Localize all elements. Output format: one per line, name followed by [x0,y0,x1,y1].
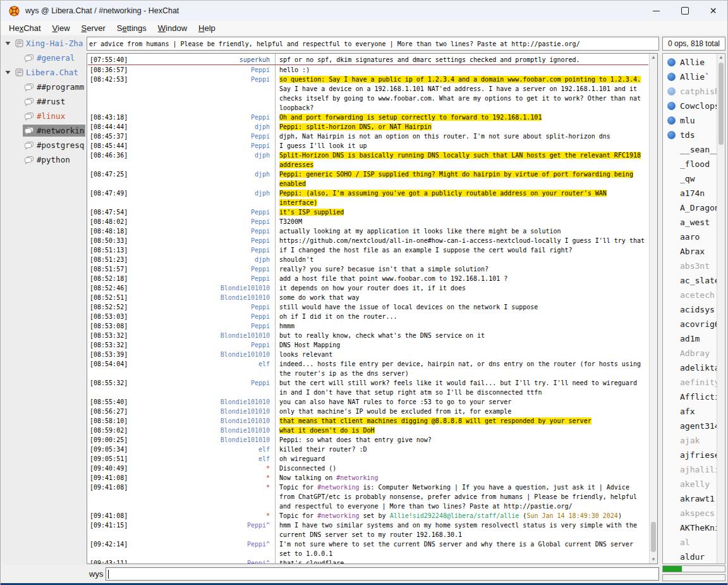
input-bar: wys [1,565,727,583]
user-row[interactable]: Afflicti [664,390,717,404]
tree-item-xing-hai-zha[interactable]: Xing-Hai-Zha [2,36,85,51]
nick: Peppi [137,217,276,226]
user-row[interactable]: Abrax [664,244,717,259]
user-row[interactable]: __sean__ [664,142,717,157]
message-text: indeed... hosts file entry per device, h… [276,359,648,378]
timestamp: [08:53:32] [88,340,137,350]
expander-icon[interactable] [5,40,14,46]
user-row[interactable]: _flood [664,157,717,171]
timestamp: [08:45:44] [88,141,137,151]
timestamp: [08:56:27] [88,407,137,416]
message-text: still would have the issue of local devi… [276,302,648,312]
tree-item-general[interactable]: #general [2,51,85,65]
message-text: if I changed the host file as an example… [276,245,648,255]
nick: djph [137,151,276,160]
nick: elf [137,445,276,454]
tree-item-linux[interactable]: #linux [2,109,85,123]
topic-bar[interactable]: er advice from humans | Please be friend… [87,37,659,51]
tree-item-postgresq[interactable]: #postgresq [2,138,85,152]
user-row[interactable]: Cowclops [664,99,717,113]
timestamp: [09:42:14] [88,539,137,549]
user-row[interactable]: catphish [664,84,717,99]
nick: * [137,464,276,473]
user-row[interactable]: acetech [664,288,717,302]
message-row: [08:42:53]Peppiso question: Say I have a… [88,75,648,113]
message-row: [08:55:32]Peppibut the cert will still w… [88,378,648,397]
timestamp: [08:51:23] [88,255,137,264]
user-row[interactable]: ad1m [664,331,717,346]
user-row[interactable]: abs3nt [664,259,717,273]
message-text: that means that client machines digging … [276,416,648,426]
expander-icon[interactable] [5,70,14,75]
timestamp: [08:53:08] [88,321,137,331]
message-row: [08:53:39]Blondie101010looks relevant [88,350,648,359]
menu-item-window[interactable]: Window [152,22,193,34]
user-row[interactable]: mlu [664,113,717,128]
chat-scrollbar[interactable]: ▲ ▼ [649,54,657,563]
user-row[interactable]: acovrig6 [664,317,717,331]
message-input[interactable] [106,567,659,581]
user-row[interactable]: ac_slate [664,273,717,288]
user-row[interactable]: ajhalili [664,462,717,477]
chat-scrollbar-thumb[interactable] [651,522,656,552]
tree-item-python[interactable]: #python [2,152,85,167]
timestamp: [08:46:36] [88,151,137,160]
nick: Blondie101010 [137,426,276,435]
minimize-button[interactable] [642,1,670,21]
menu-item-settings[interactable]: Settings [111,22,152,34]
message-row: [08:53:32]PeppiDNS Host Mapping [88,340,648,350]
user-row[interactable]: Allie` [664,70,717,84]
tree-item-programm[interactable]: ##programm [2,80,85,94]
user-row[interactable]: a174n [664,186,717,200]
menu-item-view[interactable]: View [47,22,76,34]
user-row[interactable]: _qw [664,171,717,186]
user-row[interactable]: adelikta [664,360,717,375]
user-row[interactable]: A_Dragon [664,200,717,215]
message-text: some do work that way [276,293,648,302]
tree-item-networkin[interactable]: #networkin [2,123,85,138]
maximize-button[interactable] [670,1,699,21]
user-row[interactable]: Allie [664,55,717,70]
user-row[interactable]: ajak [664,433,717,448]
user-row[interactable]: aaro [664,230,717,244]
user-row[interactable]: a_west [664,215,717,230]
scroll-down-arrow-icon[interactable]: ▼ [650,557,657,563]
user-name: _qw [680,174,695,183]
message-text: Split-Horizon DNS is basically running D… [276,151,648,169]
user-row[interactable]: akelly [664,477,717,491]
user-name: aefinity [680,378,717,387]
userlist-scrollbar-thumb[interactable] [719,63,724,145]
nick: superkuh [137,55,276,65]
user-row[interactable]: agent314 [664,419,717,433]
user-row[interactable]: Adbray [664,346,717,360]
message-text: shouldn't [276,255,648,264]
close-button[interactable]: ✕ [699,1,727,21]
user-row[interactable]: acidsys [664,302,717,317]
message-text: actually looking at my application it lo… [276,226,648,236]
user-row[interactable]: ajfriese [664,448,717,462]
message-text: only that machine's IP would be excluded… [276,407,648,416]
user-row[interactable]: akrawt1 [664,491,717,506]
nick: djph [137,169,276,179]
menu-item-hexchat[interactable]: HexChat [3,22,47,34]
user-row[interactable]: afx [664,404,717,419]
op-dot-icon [667,73,676,81]
menu-item-help[interactable]: Help [193,22,221,34]
user-row[interactable]: al [664,535,717,550]
userlist-scroll-up-icon[interactable]: ▲ [717,54,725,61]
user-row[interactable]: AKTheKni [664,520,717,535]
message-text: Now talking on #networking [276,473,648,483]
tree-item-label: ##rust [37,97,65,106]
userlist-scrollbar[interactable]: ▲ [717,54,725,563]
message-text: Peppi: so what does that entry give now? [276,435,648,445]
user-row[interactable]: akspecs [664,506,717,520]
scroll-up-arrow-icon[interactable]: ▲ [650,54,657,61]
server-icon [15,39,23,47]
user-row[interactable]: tds [664,128,717,142]
user-row[interactable]: aldur [664,550,717,563]
user-row[interactable]: aefinity [664,375,717,390]
nick: Peppi [137,312,276,321]
tree-item-libera-chat[interactable]: Libera.Chat [2,65,85,80]
menu-item-server[interactable]: Server [76,22,111,34]
tree-item-rust[interactable]: ##rust [2,94,85,109]
